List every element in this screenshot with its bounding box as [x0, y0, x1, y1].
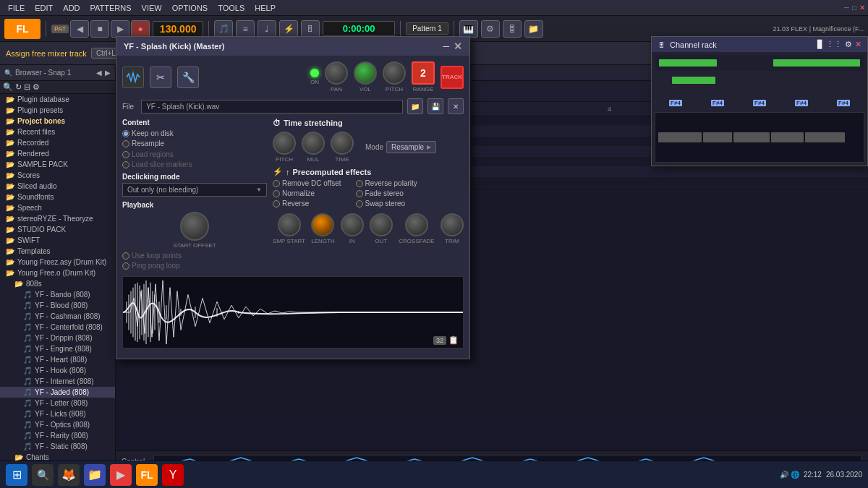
browser-settings-icon[interactable]: ⚙ [33, 82, 40, 92]
browser-item-9[interactable]: 📂Soundfonts [0, 192, 115, 202]
close-icon[interactable]: ✕ [859, 4, 865, 12]
file-browse-btn[interactable]: 📁 [407, 98, 423, 114]
browser-item-12[interactable]: 📂STUDIO PACK [0, 224, 115, 235]
cr-note-2[interactable]: F#4 [711, 100, 724, 106]
waveform-icon-btn[interactable] [122, 67, 144, 88]
record-btn[interactable]: ● [131, 20, 150, 38]
cr-note-1[interactable]: F#4 [669, 100, 682, 106]
ts-mul-knob[interactable] [302, 132, 325, 155]
cr-pattern-block-4[interactable] [771, 132, 804, 142]
cr-note-5[interactable]: F#4 [837, 100, 850, 106]
menu-add[interactable]: ADD [58, 2, 85, 14]
reverse-polarity-radio[interactable]: Reverse polarity [356, 179, 417, 187]
prev-pattern-btn[interactable]: ◀ [70, 20, 89, 38]
cr-pattern-block-2[interactable] [703, 132, 732, 142]
browser-item-4[interactable]: 📂Recorded [0, 137, 115, 148]
channel-rack-icon[interactable]: ⚙ [481, 20, 500, 38]
cr-pattern-block-1[interactable] [658, 132, 702, 142]
taskbar-media[interactable]: ▶ [110, 464, 132, 486]
browser-item-7[interactable]: 📂Scores [0, 170, 115, 181]
cr-note-3[interactable]: F#4 [753, 100, 766, 106]
waveform-area[interactable]: 32 📋 [122, 276, 464, 348]
track-btn[interactable]: TRACK [441, 66, 464, 89]
browser-search-icon[interactable]: 🔍 [3, 82, 13, 92]
taskbar-search[interactable]: 🔍 [32, 464, 54, 486]
browser-item-17[interactable]: 📂808s [0, 278, 115, 289]
browser-item-19[interactable]: 🎵YF - Blood (808) [0, 300, 115, 311]
ts-pitch-knob[interactable] [273, 132, 296, 155]
copy-waveform-btn[interactable]: 📋 [448, 335, 459, 345]
smp-start-knob[interactable] [278, 213, 301, 236]
keep-on-disk-radio[interactable]: Keep on disk [122, 129, 174, 137]
browser-item-8[interactable]: 📂Sliced audio [0, 181, 115, 192]
fade-stereo-radio[interactable]: Fade stereo [356, 189, 417, 197]
resample-radio[interactable]: Resample [122, 140, 164, 147]
browser-item-31[interactable]: 🎵YF - Rarity (808) [0, 430, 115, 441]
browser-item-14[interactable]: 📂Templates [0, 246, 115, 257]
mode-dropdown[interactable]: Resample ▶ [386, 141, 436, 153]
mixer-btn[interactable]: 🎛 [503, 20, 522, 38]
menu-file[interactable]: FILE [3, 2, 30, 14]
piano-roll-icon[interactable]: 🎹 [459, 20, 478, 38]
file-field[interactable]: YF - Splash (Kick).wav [141, 100, 403, 114]
browser-item-30[interactable]: 🎵YF - Optics (808) [0, 419, 115, 430]
mixer-icon[interactable]: 🎚 [301, 20, 320, 38]
length-knob[interactable] [311, 213, 334, 236]
snap-icon[interactable]: 🎵 [214, 20, 233, 38]
browser-item-25[interactable]: 🎵YF - Hook (808) [0, 365, 115, 376]
cr-pattern-block-5[interactable] [805, 132, 845, 142]
range-display[interactable]: 2 [412, 61, 435, 85]
fl-logo[interactable]: FL [4, 19, 41, 39]
taskbar-folder[interactable]: 📁 [84, 464, 106, 486]
menu-edit[interactable]: EDIT [30, 2, 58, 14]
menu-view[interactable]: VIEW [137, 2, 167, 14]
load-regions-radio[interactable]: Load regions [122, 150, 174, 158]
play-btn[interactable]: ▶ [111, 20, 129, 38]
browser-item-26[interactable]: 🎵YF - Internet (808) [0, 376, 115, 387]
ts-time-knob[interactable] [331, 132, 354, 155]
pan-knob[interactable] [325, 61, 348, 85]
browser-collapse-icon[interactable]: ⊟ [24, 82, 30, 92]
browser-item-13[interactable]: 📂SWIFT [0, 235, 115, 246]
cr-pattern-block-3[interactable] [733, 132, 770, 142]
bpm-display[interactable]: 130.000 [153, 21, 203, 37]
cr-row-1[interactable] [655, 55, 864, 71]
start-offset-knob[interactable] [180, 212, 209, 241]
cr-bars-icon[interactable]: ▊ [817, 40, 823, 49]
browser-item-6[interactable]: 📂SAMPLE PACK [0, 159, 115, 170]
swap-stereo-radio[interactable]: Swap stereo [356, 200, 417, 207]
vol-knob[interactable] [354, 61, 377, 85]
browser-item-16[interactable]: 📂Young Free.o (Drum Kit) [0, 267, 115, 278]
loop-points-radio[interactable]: Use loop points [122, 252, 182, 260]
browser-item-23[interactable]: 🎵YF - Engine (808) [0, 343, 115, 354]
browser-nav-prev[interactable]: ◀ [96, 69, 102, 77]
load-slice-radio[interactable]: Load slice markers [122, 160, 192, 168]
browser-refresh-icon[interactable]: ↻ [15, 82, 22, 92]
crossfade-knob[interactable] [405, 213, 428, 236]
browser-nav-next[interactable]: ▶ [105, 69, 111, 77]
browser-item-20[interactable]: 🎵YF - Cashman (808) [0, 311, 115, 322]
menu-patterns[interactable]: PATTERNS [85, 2, 137, 14]
cr-row-2[interactable] [655, 72, 864, 88]
browser-item-22[interactable]: 🎵YF - Drippin (808) [0, 333, 115, 343]
stop-btn[interactable]: ■ [90, 20, 109, 38]
cr-gear-icon[interactable]: ⚙ [845, 40, 852, 49]
wrench-btn[interactable]: 🔧 [177, 67, 199, 88]
browser-item-27[interactable]: 🎵YF - Jaded (808) [0, 387, 115, 398]
cr-pattern-area[interactable] [655, 112, 864, 163]
reverse-radio[interactable]: Reverse [273, 200, 341, 207]
cr-note-4[interactable]: F#4 [795, 100, 808, 106]
file-save-btn[interactable]: 💾 [427, 98, 443, 114]
menu-help[interactable]: HELP [250, 2, 281, 14]
scissors-btn[interactable]: ✂ [150, 67, 171, 88]
cr-grid-icon[interactable]: ⋮⋮ [826, 40, 842, 49]
normalize-radio[interactable]: Normalize [273, 189, 341, 197]
browser-item-2[interactable]: 📂Project bones [0, 116, 115, 127]
taskbar-fl-studio[interactable]: FL [136, 464, 158, 486]
on-led[interactable] [310, 69, 319, 77]
ping-pong-radio[interactable]: Ping pong loop [122, 262, 180, 270]
trim-knob[interactable] [441, 213, 464, 236]
pattern-name[interactable]: Pattern 1 [406, 22, 448, 35]
quantize-icon[interactable]: ≡ [236, 20, 255, 38]
browser-item-11[interactable]: 📂stereoRYZE - Theoryze [0, 213, 115, 224]
